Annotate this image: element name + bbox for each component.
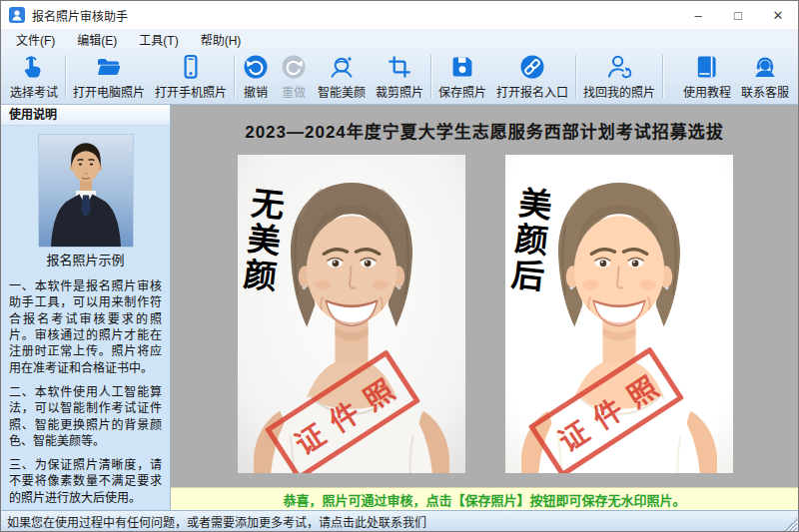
toolbar-separator (662, 55, 663, 98)
toolbar-label: 打开电脑照片 (73, 83, 145, 100)
save-icon (448, 52, 476, 82)
headset-icon (751, 52, 779, 82)
maximize-icon: □ (734, 8, 742, 23)
menu-help[interactable]: 帮助(H) (190, 31, 253, 48)
menu-file[interactable]: 文件(F) (5, 31, 66, 48)
toolbar-label: 打开报名入口 (496, 83, 568, 100)
toolbar-button-contact-support[interactable]: 联系客服 (736, 50, 794, 103)
menubar: 文件(F) 编辑(E) 工具(T) 帮助(H) (1, 29, 798, 48)
toolbar-label: 撤销 (244, 83, 268, 100)
photo-original: 无美颜 证件照 (238, 155, 465, 473)
toolbar-button-undo[interactable]: 撤销 (237, 50, 275, 103)
toolbar-button-smart-beauty[interactable]: 智能美颜 (313, 50, 371, 103)
book-icon (693, 52, 721, 82)
beauty-face-icon (328, 52, 356, 82)
instruction-paragraph: 二、本软件使用人工智能算法，可以智能制作考试证件照、智能更换照片的背景颜色、智能… (9, 384, 162, 449)
toolbar-separator (575, 55, 576, 98)
instruction-paragraph: 一、本软件是报名照片审核助手工具，可以用来制作符合报名考试审核要求的照片。审核通… (9, 278, 162, 376)
app-logo-icon (9, 7, 25, 23)
toolbar-label: 保存照片 (438, 83, 486, 100)
toolbar-label: 重做 (282, 83, 306, 100)
toolbar-button-tutorial[interactable]: 使用教程 (678, 50, 736, 103)
open-folder-icon (95, 52, 123, 82)
toolbar-button-open-registration-portal[interactable]: 打开报名入口 (491, 50, 573, 103)
minimize-button[interactable]: – (678, 1, 718, 29)
person-restore-icon (605, 52, 633, 82)
smartphone-icon (177, 52, 205, 82)
app-window: 报名照片审核助手 – □ ✕ 文件(F) 编辑(E) 工具(T) 帮助(H) 选… (0, 0, 799, 532)
toolbar-button-find-my-photo[interactable]: 找回我的照片 (578, 50, 660, 103)
sample-id-photo (39, 135, 133, 247)
toolbar-button-redo: 重做 (275, 50, 313, 103)
undo-icon (242, 52, 270, 82)
window-controls: – □ ✕ (678, 1, 798, 29)
toolbar-button-crop-photo[interactable]: 裁剪照片 (371, 50, 428, 103)
toolbar-button-open-phone-photo[interactable]: 打开手机照片 (150, 50, 232, 103)
toolbar: 选择考试 打开电脑照片 打开手机照片 (1, 48, 798, 105)
redo-icon (280, 52, 308, 82)
body: 使用说明 (1, 105, 798, 510)
menu-tools[interactable]: 工具(T) (128, 31, 189, 48)
toolbar-label: 使用教程 (683, 83, 731, 100)
photo-beauty: 美颜后 证件照 (505, 155, 733, 473)
toolbar-label: 智能美颜 (318, 83, 366, 100)
exam-title: 2023—2024年度宁夏大学生志愿服务西部计划考试招募选拔 (171, 118, 798, 143)
link-icon (518, 52, 546, 82)
toolbar-label: 打开手机照片 (155, 83, 227, 100)
statusbar-contact-link[interactable]: 如果您在使用过程中有任何问题，或者需要添加更多考试，请点击此处联系我们 (7, 513, 426, 530)
statusbar: 如果您在使用过程中有任何问题，或者需要添加更多考试，请点击此处联系我们 (1, 510, 798, 532)
toolbar-separator (65, 55, 66, 98)
crop-icon (386, 52, 413, 82)
toolbar-button-select-exam[interactable]: 选择考试 (5, 50, 63, 103)
resize-grip[interactable] (784, 518, 797, 531)
toolbar-label: 联系客服 (741, 83, 789, 100)
close-icon: ✕ (773, 8, 784, 23)
hand-tap-icon (20, 52, 48, 82)
toolbar-label: 找回我的照片 (583, 83, 655, 100)
instruction-paragraph: 三、为保证照片清晰度，请不要将像素数量不满足要求的照片进行放大后使用。 (9, 457, 162, 506)
toolbar-label: 选择考试 (10, 83, 58, 100)
toolbar-separator (430, 55, 431, 98)
toolbar-separator (234, 55, 235, 98)
main-canvas: 2023—2024年度宁夏大学生志愿服务西部计划考试招募选拔 无美颜 证件照 美… (171, 105, 798, 510)
toolbar-label: 裁剪照片 (376, 83, 423, 100)
sample-photo-caption: 报名照片示例 (1, 250, 170, 268)
window-title: 报名照片审核助手 (32, 7, 128, 24)
sidebar-header: 使用说明 (1, 105, 170, 126)
toolbar-button-save-photo[interactable]: 保存照片 (433, 50, 491, 103)
close-button[interactable]: ✕ (758, 1, 798, 29)
toolbar-spacer (665, 50, 678, 103)
approval-notice: 恭喜，照片可通过审核，点击【保存照片】按钮即可保存无水印照片。 (171, 487, 798, 510)
menu-edit[interactable]: 编辑(E) (66, 31, 128, 48)
toolbar-button-open-computer-photo[interactable]: 打开电脑照片 (68, 50, 150, 103)
minimize-icon: – (694, 8, 701, 23)
sidebar: 使用说明 (1, 105, 171, 510)
maximize-button[interactable]: □ (718, 1, 758, 29)
titlebar: 报名照片审核助手 – □ ✕ (1, 1, 798, 29)
